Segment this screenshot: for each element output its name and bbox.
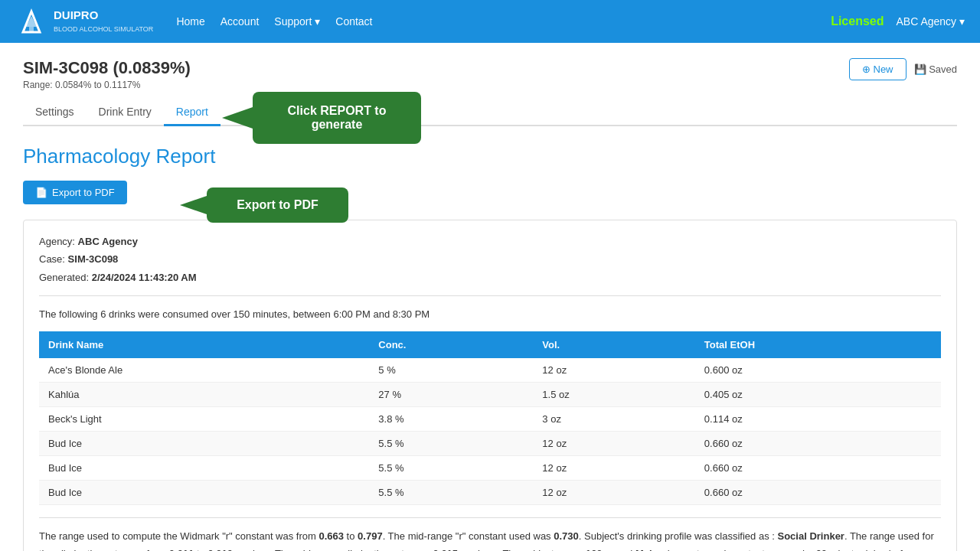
navbar: DUIPROBLOOD ALCOHOL SIMULATOR Home Accou… [0,0,980,43]
cell-vol: 12 oz [533,431,695,455]
cell-vol: 12 oz [533,358,695,383]
file-icon: 📄 [35,187,47,198]
cell-conc: 27 % [369,382,533,406]
tab-settings[interactable]: Settings [23,99,87,126]
export-pdf-button[interactable]: 📄 Export to PDF [23,181,127,204]
drink-summary: The following 6 drinks were consumed ove… [39,305,941,323]
cell-drink-name: Bud Ice [39,455,369,480]
svg-rect-2 [29,27,34,32]
cell-etoh: 0.660 oz [695,480,941,504]
cell-conc: 5.5 % [369,480,533,504]
cell-etoh: 0.660 oz [695,431,941,455]
cell-drink-name: Ace's Blonde Ale [39,358,369,383]
cell-conc: 3.8 % [369,406,533,431]
nav-contact[interactable]: Contact [335,15,372,28]
title-row: SIM-3C098 (0.0839%) Range: 0.0584% to 0.… [23,58,957,90]
bottom-text: The range used to compute the Widmark "r… [39,517,941,551]
tab-drink-entry[interactable]: Drink Entry [87,99,164,126]
report-section: Pharmacology Report 📄 Export to PDF Agen… [23,126,957,551]
table-row: Bud Ice 5.5 % 12 oz 0.660 oz [39,431,941,455]
logo[interactable]: DUIPROBLOOD ALCOHOL SIMULATOR [15,5,153,37]
cell-drink-name: Kahlúa [39,382,369,406]
nav-support[interactable]: Support ▾ [274,15,320,28]
table-row: Kahlúa 27 % 1.5 oz 0.405 oz [39,382,941,406]
nav-account[interactable]: Account [220,15,260,28]
title-actions: ⊕ New 💾 Saved [849,58,957,80]
cell-drink-name: Bud Ice [39,431,369,455]
cell-etoh: 0.660 oz [695,455,941,480]
nav-home[interactable]: Home [176,15,204,28]
sim-title: SIM-3C098 (0.0839%) [23,58,191,78]
tooltip-export: Export to PDF [207,187,348,223]
cell-vol: 3 oz [533,406,695,431]
table-row: Beck's Light 3.8 % 3 oz 0.114 oz [39,406,941,431]
cell-vol: 1.5 oz [533,382,695,406]
tabs: Settings Drink Entry Report [23,99,957,126]
logo-text: DUIPROBLOOD ALCOHOL SIMULATOR [54,9,153,34]
col-drink-name: Drink Name [39,331,369,358]
generated-label: Generated: [39,272,89,283]
saved-button[interactable]: 💾 Saved [914,64,957,75]
cell-conc: 5 % [369,358,533,383]
table-row: Bud Ice 5.5 % 12 oz 0.660 oz [39,455,941,480]
report-title: Pharmacology Report [23,145,957,168]
col-etoh: Total EtOH [695,331,941,358]
case-label: Case: [39,253,65,265]
main-content: SIM-3C098 (0.0839%) Range: 0.0584% to 0.… [0,43,980,551]
table-row: Ace's Blonde Ale 5 % 12 oz 0.600 oz [39,358,941,383]
cell-drink-name: Beck's Light [39,406,369,431]
table-row: Bud Ice 5.5 % 12 oz 0.660 oz [39,480,941,504]
navbar-right: Licensed ABC Agency ▾ [831,15,965,28]
tooltip-report: Click REPORT to generate [253,92,421,144]
licensed-badge: Licensed [831,15,884,28]
cell-drink-name: Bud Ice [39,480,369,504]
agency-value: ABC Agency [78,236,138,247]
case-value: SIM-3C098 [68,253,119,265]
cell-etoh: 0.114 oz [695,406,941,431]
col-vol: Vol. [533,331,695,358]
cell-vol: 12 oz [533,455,695,480]
cell-vol: 12 oz [533,480,695,504]
cell-etoh: 0.600 oz [695,358,941,383]
new-button[interactable]: ⊕ New [849,58,906,80]
drinks-table: Drink Name Conc. Vol. Total EtOH Ace's B… [39,331,941,505]
report-info-box: Agency: ABC Agency Case: SIM-3C098 Gener… [23,220,957,551]
sim-range: Range: 0.0584% to 0.1117% [23,80,191,90]
agency-label: Agency: [39,236,75,247]
generated-value: 2/24/2024 11:43:20 AM [92,272,197,283]
cell-conc: 5.5 % [369,431,533,455]
nav-links: Home Account Support ▾ Contact [176,15,831,28]
cell-etoh: 0.405 oz [695,382,941,406]
col-conc: Conc. [369,331,533,358]
tab-report[interactable]: Report [164,99,220,126]
agency-dropdown[interactable]: ABC Agency ▾ [897,15,965,28]
cell-conc: 5.5 % [369,455,533,480]
